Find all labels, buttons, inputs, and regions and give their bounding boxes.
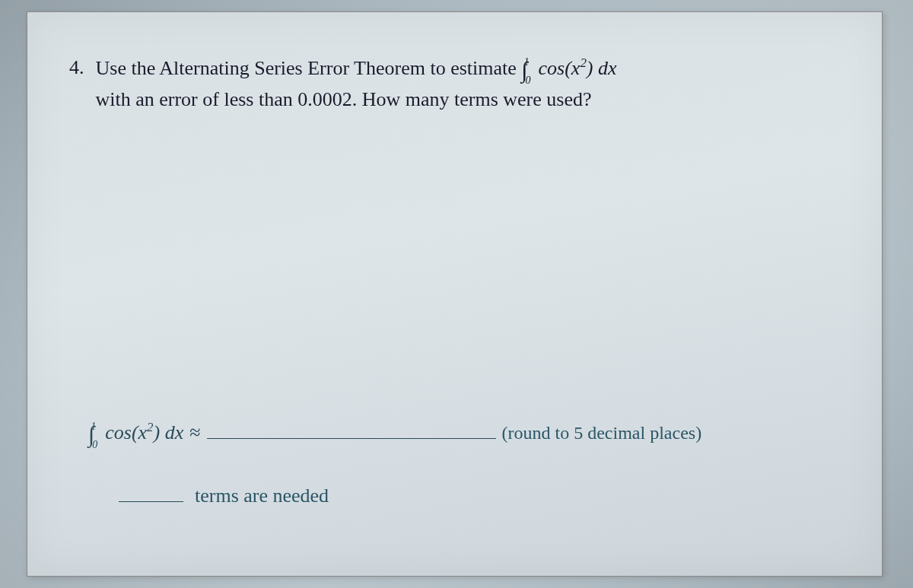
- answer-integral-lower: 0: [92, 439, 97, 450]
- differential: dx: [598, 57, 617, 79]
- answer-section: ∫01cos(x2) dx ≈ (round to 5 decimal plac…: [88, 418, 821, 507]
- answer-integral-expression: ∫01cos(x2) dx: [88, 421, 183, 447]
- integrand-cos: cos(: [539, 57, 571, 79]
- integral-expression: ∫01cos(x2) dx: [521, 57, 616, 79]
- answer-row-integral: ∫01cos(x2) dx ≈ (round to 5 decimal plac…: [88, 418, 821, 447]
- round-instruction: (round to 5 decimal places): [502, 423, 702, 443]
- integrand-close: ): [587, 57, 598, 79]
- answer-integrand-exponent: 2: [147, 420, 153, 434]
- answer-blank-terms[interactable]: [119, 482, 183, 502]
- question-prompt-part2: with an error of less than 0.0002. How m…: [96, 88, 592, 110]
- question-prompt-part1: Use the Alternating Series Error Theorem…: [96, 57, 522, 79]
- terms-label: terms are needed: [195, 485, 329, 507]
- integrand-variable: x: [571, 57, 581, 79]
- answer-differential: dx: [165, 421, 184, 443]
- integral-lower-bound: 0: [526, 75, 531, 86]
- approx-symbol: ≈: [189, 421, 200, 444]
- integral-upper-bound: 1: [524, 56, 530, 68]
- answer-integrand-variable: x: [138, 421, 148, 443]
- answer-integral-upper: 1: [91, 421, 96, 432]
- answer-row-terms: terms are needed: [119, 482, 821, 507]
- answer-blank-value[interactable]: [207, 418, 496, 439]
- question-text: Use the Alternating Series Error Theorem…: [96, 54, 837, 113]
- question-number: 4.: [69, 54, 84, 113]
- worksheet-paper: 4. Use the Alternating Series Error Theo…: [27, 11, 883, 577]
- answer-integrand-close: ): [154, 421, 165, 443]
- answer-integrand-cos: cos(: [105, 421, 138, 443]
- question-4: 4. Use the Alternating Series Error Theo…: [69, 54, 836, 113]
- integrand-exponent: 2: [580, 56, 586, 70]
